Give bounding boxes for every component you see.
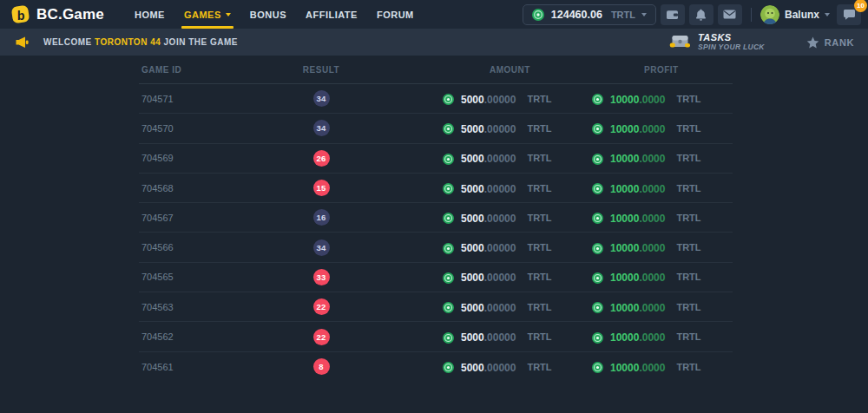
amount-currency: TRTL [527,153,551,163]
game-id: 704562 [139,331,265,342]
profit-dec: .0000 [639,302,665,314]
welcome-suffix: JOIN THE GAME [161,37,238,47]
profit-int: 10000 [610,331,639,344]
amount-cell: 5000.00000 TRTL [378,269,577,285]
nav-forum[interactable]: FORUM [367,0,424,29]
welcome-message: WELCOME TORONTON 44 JOIN THE GAME [43,37,238,47]
amount-dec: .00000 [484,272,516,284]
profit-currency: TRTL [676,362,700,372]
result-cell: 16 [265,209,378,226]
trtl-coin-icon [443,212,454,223]
profit-int: 10000 [610,362,639,374]
table-row[interactable]: 704566 34 5000.00000 TRTL 10000.0000 TRT… [139,233,733,262]
amount-int: 5000 [461,331,484,344]
balance-selector[interactable]: 124460.06 TRTL [523,4,656,25]
table-row[interactable]: 704568 15 5000.00000 TRTL 10000.0000 TRT… [139,174,733,203]
profit-currency: TRTL [676,183,700,193]
amount-int: 5000 [461,213,484,225]
topbar-right: 124460.06 TRTL [523,4,868,25]
result-cell: 8 [265,358,378,375]
balance-currency: TRTL [611,10,635,20]
profit-cell: 10000.0000 TRTL [577,121,733,136]
amount-dec: .00000 [484,242,516,254]
trtl-coin-icon [592,153,603,164]
amount-currency: TRTL [527,123,551,134]
result-cell: 34 [265,90,378,107]
table-row[interactable]: 704571 34 5000.00000 TRTL 10000.0000 TRT… [139,84,733,114]
tasks-text: TASKS SPIN YOUR LUCK [698,32,765,51]
welcome-highlight: TORONTON 44 [95,37,161,47]
logo-text: BC.Game [36,6,104,23]
trtl-coin-icon [443,122,454,134]
profit-dec: .0000 [639,94,665,106]
profit-dec: .0000 [639,242,665,254]
trtl-coin-icon [443,93,454,104]
megaphone-icon [16,36,30,49]
messages-button[interactable] [718,4,742,25]
profit-cell: 10000.0000 TRTL [577,150,733,166]
notifications-button[interactable] [689,4,713,25]
main-nav: HOME GAMES BONUS AFFILIATE FORUM [125,0,424,29]
amount-int: 5000 [461,272,484,284]
rank-widget[interactable]: RANK [806,36,854,49]
wallet-button[interactable] [661,4,685,25]
nav-affiliate[interactable]: AFFILIATE [296,0,367,29]
welcome-prefix: WELCOME [43,37,95,47]
table-row[interactable]: 704562 22 5000.00000 TRTL 10000.0000 TRT… [139,322,733,351]
bcgame-logo[interactable]: b BC.Game [10,4,104,24]
profit-cell: 10000.0000 TRTL [577,210,733,226]
chat-button[interactable]: 10 [837,4,861,25]
tasks-widget[interactable]: TASKS SPIN YOUR LUCK [669,32,765,51]
profit-cell: 10000.0000 TRTL [577,180,733,196]
wallet-icon [666,9,679,20]
amount-currency: TRTL [527,183,551,193]
rank-label: RANK [825,37,854,48]
amount-cell: 5000.00000 TRTL [378,359,577,375]
nav-games[interactable]: GAMES [174,0,240,29]
header-amount: AMOUNT [378,65,577,75]
game-id: 704571 [139,94,265,104]
trtl-coin-icon [443,361,454,372]
game-id: 704565 [139,272,265,282]
profit-currency: TRTL [676,272,700,282]
divider [751,8,752,22]
trtl-coin-icon [592,93,603,104]
balance-amount: 124460.06 [551,9,602,21]
table-row[interactable]: 704561 8 5000.00000 TRTL 10000.0000 TRTL [139,352,733,382]
profit-currency: TRTL [676,94,700,104]
result-cell: 26 [265,150,378,167]
table-row[interactable]: 704563 22 5000.00000 TRTL 10000.0000 TRT… [139,292,733,322]
chevron-down-icon [825,13,830,16]
game-id: 704566 [139,242,265,252]
trtl-coin-icon [592,122,603,134]
profit-dec: .0000 [639,272,665,284]
amount-int: 5000 [461,153,484,165]
result-cell: 22 [265,329,378,345]
amount-currency: TRTL [527,302,551,312]
table-row[interactable]: 704567 16 5000.00000 TRTL 10000.0000 TRT… [139,203,733,233]
amount-currency: TRTL [527,94,551,104]
active-tab-underline [181,26,233,29]
profit-int: 10000 [610,123,639,135]
banner-right: TASKS SPIN YOUR LUCK RANK [669,32,859,51]
top-bar: b BC.Game HOME GAMES BONUS AFFILIATE FOR… [0,0,868,29]
result-badge: 22 [313,298,330,315]
trtl-coin-icon [592,301,603,312]
amount-dec: .00000 [484,123,516,135]
amount-dec: .00000 [484,213,516,225]
chevron-down-icon [641,13,647,16]
table-row[interactable]: 704565 33 5000.00000 TRTL 10000.0000 TRT… [139,263,733,292]
result-cell: 34 [265,120,378,136]
nav-home[interactable]: HOME [125,0,174,29]
nav-bonus[interactable]: BONUS [240,0,296,29]
table-row[interactable]: 704570 34 5000.00000 TRTL 10000.0000 TRT… [139,114,733,143]
chat-icon [843,9,856,20]
profit-cell: 10000.0000 TRTL [577,329,733,344]
nav-bonus-label: BONUS [250,10,286,20]
bell-icon [694,9,707,21]
game-id: 704569 [139,153,265,163]
result-badge: 15 [313,180,330,196]
table-row[interactable]: 704569 26 5000.00000 TRTL 10000.0000 TRT… [139,144,733,174]
chevron-down-icon [226,13,231,16]
user-menu[interactable]: Balunx [760,5,830,24]
